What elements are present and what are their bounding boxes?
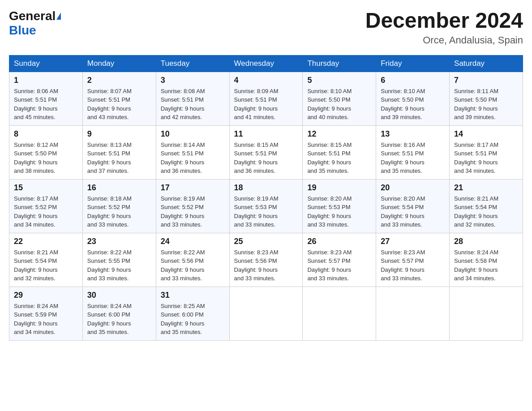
day-info: Sunrise: 8:14 AM Sunset: 5:51 PM Dayligh…: [161, 141, 225, 176]
calendar-cell: 12 Sunrise: 8:15 AM Sunset: 5:51 PM Dayl…: [303, 125, 376, 179]
title-block: December 2024 Orce, Andalusia, Spain: [365, 9, 523, 46]
day-number: 16: [87, 183, 151, 193]
calendar-table: SundayMondayTuesdayWednesdayThursdayFrid…: [9, 55, 523, 341]
logo-general-text: General: [9, 9, 56, 23]
calendar-cell: 4 Sunrise: 8:09 AM Sunset: 5:51 PM Dayli…: [229, 72, 303, 125]
day-info: Sunrise: 8:07 AM Sunset: 5:51 PM Dayligh…: [87, 87, 151, 122]
calendar-cell: 16 Sunrise: 8:18 AM Sunset: 5:52 PM Dayl…: [82, 179, 156, 233]
calendar-cell: 1 Sunrise: 8:06 AM Sunset: 5:51 PM Dayli…: [9, 72, 83, 125]
day-number: 31: [161, 291, 225, 300]
day-number: 12: [307, 129, 371, 139]
calendar-cell: 31 Sunrise: 8:25 AM Sunset: 6:00 PM Dayl…: [156, 287, 229, 340]
calendar-cell: 3 Sunrise: 8:08 AM Sunset: 5:51 PM Dayli…: [156, 72, 229, 125]
day-number: 20: [381, 183, 445, 193]
logo-blue-text: Blue: [9, 23, 36, 38]
header-cell-thursday: Thursday: [303, 55, 376, 72]
calendar-cell: 9 Sunrise: 8:13 AM Sunset: 5:51 PM Dayli…: [82, 125, 156, 179]
header-cell-sunday: Sunday: [9, 55, 83, 72]
day-info: Sunrise: 8:20 AM Sunset: 5:54 PM Dayligh…: [381, 194, 445, 229]
day-info: Sunrise: 8:12 AM Sunset: 5:50 PM Dayligh…: [14, 141, 78, 176]
day-number: 3: [161, 76, 225, 85]
day-number: 7: [454, 76, 518, 85]
page-header: General Blue December 2024 Orce, Andalus…: [9, 9, 523, 46]
calendar-header: SundayMondayTuesdayWednesdayThursdayFrid…: [9, 55, 523, 72]
header-cell-tuesday: Tuesday: [156, 55, 229, 72]
calendar-week-row: 29 Sunrise: 8:24 AM Sunset: 5:59 PM Dayl…: [9, 287, 523, 340]
day-number: 23: [87, 237, 151, 246]
calendar-cell: 6 Sunrise: 8:10 AM Sunset: 5:50 PM Dayli…: [376, 72, 450, 125]
day-number: 18: [234, 183, 298, 193]
day-info: Sunrise: 8:08 AM Sunset: 5:51 PM Dayligh…: [161, 87, 225, 122]
calendar-cell: 8 Sunrise: 8:12 AM Sunset: 5:50 PM Dayli…: [9, 125, 83, 179]
calendar-cell: 15 Sunrise: 8:17 AM Sunset: 5:52 PM Dayl…: [9, 179, 83, 233]
day-number: 26: [307, 237, 371, 246]
calendar-cell: 22 Sunrise: 8:21 AM Sunset: 5:54 PM Dayl…: [9, 233, 83, 287]
day-info: Sunrise: 8:16 AM Sunset: 5:51 PM Dayligh…: [381, 141, 445, 176]
day-number: 30: [87, 291, 151, 300]
day-number: 17: [161, 183, 225, 193]
day-number: 28: [454, 237, 518, 246]
calendar-cell: 14 Sunrise: 8:17 AM Sunset: 5:51 PM Dayl…: [450, 125, 523, 179]
calendar-cell: 29 Sunrise: 8:24 AM Sunset: 5:59 PM Dayl…: [9, 287, 83, 340]
calendar-cell: 10 Sunrise: 8:14 AM Sunset: 5:51 PM Dayl…: [156, 125, 229, 179]
day-number: 11: [234, 129, 298, 139]
calendar-cell: 19 Sunrise: 8:20 AM Sunset: 5:53 PM Dayl…: [303, 179, 376, 233]
day-info: Sunrise: 8:09 AM Sunset: 5:51 PM Dayligh…: [234, 87, 298, 122]
day-number: 13: [381, 129, 445, 139]
calendar-cell: 7 Sunrise: 8:11 AM Sunset: 5:50 PM Dayli…: [450, 72, 523, 125]
day-number: 29: [14, 291, 78, 300]
calendar-cell: 21 Sunrise: 8:21 AM Sunset: 5:54 PM Dayl…: [450, 179, 523, 233]
location-text: Orce, Andalusia, Spain: [365, 34, 523, 46]
day-info: Sunrise: 8:17 AM Sunset: 5:52 PM Dayligh…: [14, 194, 78, 229]
day-info: Sunrise: 8:23 AM Sunset: 5:56 PM Dayligh…: [234, 248, 298, 283]
day-info: Sunrise: 8:21 AM Sunset: 5:54 PM Dayligh…: [454, 194, 518, 229]
day-info: Sunrise: 8:20 AM Sunset: 5:53 PM Dayligh…: [307, 194, 371, 229]
day-info: Sunrise: 8:15 AM Sunset: 5:51 PM Dayligh…: [307, 141, 371, 176]
day-number: 27: [381, 237, 445, 246]
day-number: 19: [307, 183, 371, 193]
day-info: Sunrise: 8:21 AM Sunset: 5:54 PM Dayligh…: [14, 248, 78, 283]
calendar-cell: [303, 287, 376, 340]
day-number: 6: [381, 76, 445, 85]
header-cell-friday: Friday: [376, 55, 450, 72]
header-cell-saturday: Saturday: [450, 55, 523, 72]
header-row: SundayMondayTuesdayWednesdayThursdayFrid…: [9, 55, 523, 72]
day-number: 5: [307, 76, 371, 85]
calendar-cell: 30 Sunrise: 8:24 AM Sunset: 6:00 PM Dayl…: [82, 287, 156, 340]
calendar-cell: 23 Sunrise: 8:22 AM Sunset: 5:55 PM Dayl…: [82, 233, 156, 287]
calendar-body: 1 Sunrise: 8:06 AM Sunset: 5:51 PM Dayli…: [9, 72, 523, 340]
day-number: 15: [14, 183, 78, 193]
day-number: 9: [87, 129, 151, 139]
calendar-week-row: 15 Sunrise: 8:17 AM Sunset: 5:52 PM Dayl…: [9, 179, 523, 233]
calendar-cell: [229, 287, 303, 340]
calendar-cell: 20 Sunrise: 8:20 AM Sunset: 5:54 PM Dayl…: [376, 179, 450, 233]
calendar-week-row: 8 Sunrise: 8:12 AM Sunset: 5:50 PM Dayli…: [9, 125, 523, 179]
day-info: Sunrise: 8:23 AM Sunset: 5:57 PM Dayligh…: [381, 248, 445, 283]
day-number: 21: [454, 183, 518, 193]
day-info: Sunrise: 8:18 AM Sunset: 5:52 PM Dayligh…: [87, 194, 151, 229]
day-number: 2: [87, 76, 151, 85]
logo: General Blue: [9, 9, 61, 38]
header-cell-wednesday: Wednesday: [229, 55, 303, 72]
day-info: Sunrise: 8:22 AM Sunset: 5:55 PM Dayligh…: [87, 248, 151, 283]
day-number: 4: [234, 76, 298, 85]
calendar-cell: 17 Sunrise: 8:19 AM Sunset: 5:52 PM Dayl…: [156, 179, 229, 233]
day-info: Sunrise: 8:19 AM Sunset: 5:53 PM Dayligh…: [234, 194, 298, 229]
day-info: Sunrise: 8:13 AM Sunset: 5:51 PM Dayligh…: [87, 141, 151, 176]
day-info: Sunrise: 8:10 AM Sunset: 5:50 PM Dayligh…: [381, 87, 445, 122]
calendar-cell: 25 Sunrise: 8:23 AM Sunset: 5:56 PM Dayl…: [229, 233, 303, 287]
day-info: Sunrise: 8:23 AM Sunset: 5:57 PM Dayligh…: [307, 248, 371, 283]
calendar-cell: 18 Sunrise: 8:19 AM Sunset: 5:53 PM Dayl…: [229, 179, 303, 233]
day-number: 24: [161, 237, 225, 246]
day-info: Sunrise: 8:24 AM Sunset: 6:00 PM Dayligh…: [87, 302, 151, 337]
day-number: 22: [14, 237, 78, 246]
day-info: Sunrise: 8:25 AM Sunset: 6:00 PM Dayligh…: [161, 302, 225, 337]
calendar-cell: [450, 287, 523, 340]
day-info: Sunrise: 8:17 AM Sunset: 5:51 PM Dayligh…: [454, 141, 518, 176]
calendar-cell: 28 Sunrise: 8:24 AM Sunset: 5:58 PM Dayl…: [450, 233, 523, 287]
month-title: December 2024: [365, 9, 523, 33]
day-info: Sunrise: 8:22 AM Sunset: 5:56 PM Dayligh…: [161, 248, 225, 283]
calendar-week-row: 22 Sunrise: 8:21 AM Sunset: 5:54 PM Dayl…: [9, 233, 523, 287]
calendar-cell: 2 Sunrise: 8:07 AM Sunset: 5:51 PM Dayli…: [82, 72, 156, 125]
day-info: Sunrise: 8:11 AM Sunset: 5:50 PM Dayligh…: [454, 87, 518, 122]
